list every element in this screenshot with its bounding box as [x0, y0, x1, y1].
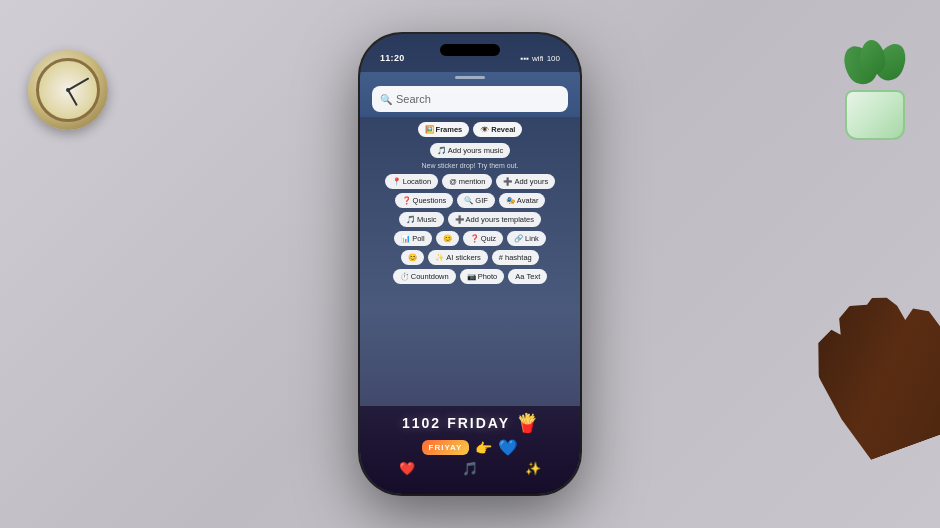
heart-emoji: 💙: [498, 438, 518, 457]
search-bar[interactable]: 🔍 Search: [372, 86, 568, 112]
reveal-sticker[interactable]: 👁️ Reveal: [473, 122, 522, 137]
ai-stickers-btn[interactable]: ✨ AI stickers: [428, 250, 488, 265]
quiz-icon: ❓: [470, 234, 479, 243]
sticker-row-2: ❓ Questions 🔍 GIF 🎭 Avatar: [395, 193, 546, 208]
location-icon: 📍: [392, 177, 401, 186]
photo-icon: 📷: [467, 272, 476, 281]
music-sticker[interactable]: 🎵 Music: [399, 212, 444, 227]
quiz-label: Quiz: [481, 234, 496, 243]
sticker-row-1: 📍 Location @ mention ➕ Add yours: [385, 174, 555, 189]
ai-icon: ✨: [435, 253, 444, 262]
photo-label: Photo: [478, 272, 498, 281]
frames-emoji: 🖼️: [425, 125, 434, 134]
phone-screen: 11:20 ▪▪▪ wifi 100 🔍 Search 🖼️ Frames: [360, 34, 580, 494]
link-sticker[interactable]: 🔗 Link: [507, 231, 546, 246]
questions-icon: ❓: [402, 196, 411, 205]
link-label: Link: [525, 234, 539, 243]
sticker-row-4: 📊 Poll 😊 ❓ Quiz 🔗 Link: [394, 231, 546, 246]
day-text: FRIDAY: [447, 415, 510, 431]
text-icon: Aa: [515, 272, 524, 281]
text-sticker[interactable]: Aa Text: [508, 269, 547, 284]
questions-sticker[interactable]: ❓ Questions: [395, 193, 454, 208]
pointing-emoji: 👉: [475, 440, 492, 456]
link-icon: 🔗: [514, 234, 523, 243]
poll-icon: 📊: [401, 234, 410, 243]
reveal-label: Reveal: [491, 125, 515, 134]
poll-label: Poll: [412, 234, 425, 243]
gif-sticker[interactable]: 🔍 GIF: [457, 193, 495, 208]
status-icons: ▪▪▪ wifi 100: [521, 54, 560, 63]
add-yours-music-sticker[interactable]: 🎵 Add yours music: [430, 143, 510, 158]
search-icon: 🔍: [380, 94, 392, 105]
add-yours-label: Add yours: [514, 177, 548, 186]
mention-icon: @: [449, 177, 457, 186]
avatar-icon: 🎭: [506, 196, 515, 205]
date-display-row: 1102 FRIDAY 🍟: [360, 406, 580, 436]
bottom-sticker-area: 1102 FRIDAY 🍟 FRIYAY 👉 💙 ❤️ 🎵 ✨: [360, 406, 580, 494]
friyay-badge: FRIYAY: [422, 440, 470, 455]
music2-icon: 🎵: [406, 215, 415, 224]
music-emoji: 🎵: [437, 146, 446, 155]
add-yours-templates-sticker[interactable]: ➕ Add yours templates: [448, 212, 541, 227]
reveal-emoji: 👁️: [480, 125, 489, 134]
add-yours-icon: ➕: [503, 177, 512, 186]
countdown-sticker[interactable]: ⏱️ Countdown: [393, 269, 456, 284]
phone-device: 11:20 ▪▪▪ wifi 100 🔍 Search 🖼️ Frames: [360, 34, 580, 494]
dynamic-island: [440, 44, 500, 56]
countdown-label: Countdown: [411, 272, 449, 281]
mention-label: mention: [459, 177, 486, 186]
sticker-row-6: ⏱️ Countdown 📷 Photo Aa Text: [393, 269, 548, 284]
gif-icon: 🔍: [464, 196, 473, 205]
add-yours-sticker[interactable]: ➕ Add yours: [496, 174, 555, 189]
hashtag-label: hashtag: [505, 253, 532, 262]
poll-sticker[interactable]: 📊 Poll: [394, 231, 432, 246]
hashtag-icon: #: [499, 253, 503, 262]
templates-icon: ➕: [455, 215, 464, 224]
location-sticker[interactable]: 📍 Location: [385, 174, 438, 189]
sheet-handle: [455, 76, 485, 79]
date-text: 1102: [402, 415, 441, 431]
status-time: 11:20: [380, 53, 405, 63]
fries-emoji: 🍟: [516, 412, 538, 434]
promo-text: New sticker drop! Try them out.: [422, 162, 519, 169]
avatar-sticker[interactable]: 🎭 Avatar: [499, 193, 546, 208]
hashtag-sticker[interactable]: # hashtag: [492, 250, 539, 265]
sparkle-icon: ✨: [525, 461, 541, 476]
music-wave-icon: 🎵: [462, 461, 478, 476]
ai-label: AI stickers: [446, 253, 481, 262]
gif-label: GIF: [475, 196, 488, 205]
wifi-icon: wifi: [532, 54, 544, 63]
smile-icon: 😊: [408, 253, 417, 262]
bottom-tags-row: FRIYAY 👉 💙: [360, 436, 580, 459]
avatar-label: Avatar: [517, 196, 539, 205]
music-label: Add yours music: [448, 146, 503, 155]
mention-sticker[interactable]: @ mention: [442, 174, 492, 189]
emoji-sticker-btn[interactable]: 😊: [436, 231, 459, 246]
emoji-btn-2[interactable]: 😊: [401, 250, 424, 265]
sticker-row-3: 🎵 Music ➕ Add yours templates: [399, 212, 541, 227]
desk-plant: [830, 30, 920, 140]
frames-sticker[interactable]: 🖼️ Frames: [418, 122, 470, 137]
music2-label: Music: [417, 215, 437, 224]
heart-icon: ❤️: [399, 461, 415, 476]
templates-label: Add yours templates: [466, 215, 534, 224]
stickers-container: 🖼️ Frames 👁️ Reveal 🎵 Add yours music Ne…: [360, 122, 580, 404]
countdown-icon: ⏱️: [400, 272, 409, 281]
location-label: Location: [403, 177, 431, 186]
emoji-smiley-icon: 😊: [443, 234, 452, 243]
desk-clock: [28, 50, 108, 130]
search-placeholder: Search: [396, 93, 431, 105]
text-label: Text: [526, 272, 540, 281]
music-row: 🎵 Add yours music: [430, 143, 510, 158]
questions-label: Questions: [413, 196, 447, 205]
frames-label: Frames: [436, 125, 463, 134]
photo-sticker[interactable]: 📷 Photo: [460, 269, 505, 284]
sticker-row-5: 😊 ✨ AI stickers # hashtag: [401, 250, 538, 265]
signal-icon: ▪▪▪: [521, 54, 530, 63]
quiz-sticker[interactable]: ❓ Quiz: [463, 231, 503, 246]
battery-icon: 100: [547, 54, 560, 63]
featured-stickers-row: 🖼️ Frames 👁️ Reveal: [418, 122, 523, 137]
bottom-icons-row: ❤️ 🎵 ✨: [360, 459, 580, 478]
